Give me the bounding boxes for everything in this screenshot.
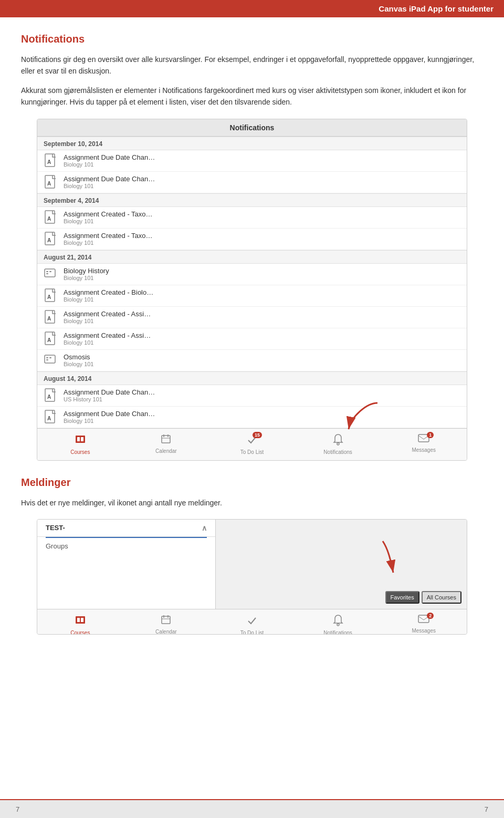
- svg-rect-21: [46, 359, 48, 360]
- list-item[interactable]: A Assignment Created - Taxo… Biology 101: [37, 207, 467, 229]
- assignment-icon: A: [44, 310, 58, 325]
- list-item[interactable]: A Assignment Due Date Chan… Biology 101: [37, 172, 467, 193]
- tab-todolist-label: To Do List: [240, 449, 264, 455]
- svg-rect-38: [77, 618, 80, 622]
- discussion-icon: [44, 267, 58, 282]
- svg-rect-37: [76, 616, 85, 624]
- svg-text:A: A: [47, 394, 51, 400]
- tab2-todolist[interactable]: To Do List: [209, 613, 295, 635]
- tab2-messages[interactable]: 2 Messages: [381, 613, 467, 635]
- notif-text: Osmosis Biology 101: [64, 353, 94, 367]
- todolist-icon: 15: [246, 434, 258, 448]
- red-arrow2: [362, 539, 404, 583]
- footer-right-page: 7: [485, 805, 488, 813]
- assignment-icon: A: [44, 210, 58, 225]
- svg-text:A: A: [47, 316, 51, 322]
- notifications-paragraph1: Notifications gir deg en oversikt over a…: [21, 54, 483, 77]
- list-item[interactable]: A Assignment Due Date Chan… Biology 101: [37, 407, 467, 428]
- list-item[interactable]: A Assignment Created - Taxo… Biology 101: [37, 229, 467, 250]
- svg-rect-18: [45, 355, 55, 363]
- tab-calendar[interactable]: Calendar: [123, 432, 209, 457]
- favorites-button[interactable]: Favorites: [385, 591, 419, 604]
- notif-text: Assignment Due Date Chan… US History 101: [64, 388, 155, 402]
- svg-text:A: A: [47, 337, 51, 343]
- notif-text: Assignment Due Date Chan… Biology 101: [64, 175, 155, 189]
- tab2-calendar-label: Calendar: [155, 629, 177, 635]
- tab2-courses[interactable]: Courses: [37, 613, 123, 635]
- all-courses-button[interactable]: All Courses: [422, 591, 461, 604]
- meldinger-title: Meldinger: [21, 477, 483, 489]
- svg-rect-10: [49, 271, 51, 272]
- tab-messages[interactable]: 1 Messages: [381, 432, 467, 457]
- tab-todolist[interactable]: 15 To Do List: [209, 432, 295, 457]
- svg-text:A: A: [47, 159, 51, 165]
- courses-icon2: [75, 615, 86, 629]
- tab-calendar-label: Calendar: [155, 448, 177, 454]
- svg-point-33: [337, 443, 339, 445]
- assignment-icon: A: [44, 388, 58, 403]
- notifications-icon2: [333, 615, 343, 629]
- tab-bar: Courses Calendar: [37, 428, 467, 460]
- assignment-icon: A: [44, 410, 58, 424]
- svg-rect-39: [81, 618, 83, 622]
- tab-notifications-label: Notifications: [323, 449, 352, 455]
- assignment-icon: A: [44, 232, 58, 246]
- svg-rect-8: [45, 269, 55, 277]
- svg-text:A: A: [47, 216, 51, 222]
- svg-rect-40: [162, 616, 170, 624]
- tab2-courses-label: Courses: [70, 630, 90, 635]
- header-title: Canvas iPad App for studenter: [379, 4, 494, 13]
- date-header-sep4: September 4, 2014: [37, 193, 467, 207]
- assignment-icon: A: [44, 332, 58, 346]
- tab2-todolist-label: To Do List: [240, 630, 264, 635]
- discussion-icon: [44, 353, 58, 368]
- svg-text:A: A: [47, 181, 51, 187]
- svg-rect-27: [77, 437, 80, 441]
- tab2-notifications-label: Notifications: [323, 630, 352, 635]
- svg-rect-19: [46, 357, 48, 358]
- todolist-badge: 15: [253, 432, 262, 438]
- tab-courses[interactable]: Courses: [37, 432, 123, 457]
- calendar-icon: [161, 434, 171, 447]
- list-item[interactable]: A Assignment Due Date Chan… US History 1…: [37, 385, 467, 407]
- date-header-aug14: August 14, 2014: [37, 371, 467, 385]
- meldinger-paragraph1: Hvis det er nye meldinger, vil ikonet an…: [21, 497, 483, 509]
- tab2-messages-label: Messages: [412, 628, 436, 634]
- date-header-sep10: September 10, 2014: [37, 137, 467, 150]
- notif-text: Assignment Due Date Chan… Biology 101: [64, 410, 155, 424]
- screenshot2-container: TEST- ∧ Groups Favorites All Courses: [37, 519, 467, 635]
- date-header-aug21: August 21, 2014: [37, 250, 467, 264]
- list-item[interactable]: A Assignment Created - Assi… Biology 101: [37, 307, 467, 328]
- notifications-list: September 10, 2014 A Assignment Due Date…: [37, 137, 467, 428]
- svg-text:A: A: [47, 416, 51, 421]
- assignment-icon: A: [44, 175, 58, 190]
- list-item[interactable]: A Assignment Created - Biolo… Biology 10…: [37, 285, 467, 307]
- calendar-icon2: [161, 615, 171, 628]
- tab2-calendar[interactable]: Calendar: [123, 613, 209, 635]
- notif-text: Biology History Biology 101: [64, 267, 109, 281]
- svg-rect-26: [76, 436, 85, 443]
- notif-text: Assignment Due Date Chan… Biology 101: [64, 153, 155, 168]
- svg-point-44: [337, 624, 339, 626]
- svg-rect-29: [162, 436, 170, 443]
- list-item[interactable]: A Assignment Created - Assi… Biology 101: [37, 328, 467, 350]
- footer-left-page: 7: [16, 805, 19, 813]
- notif-text: Assignment Created - Biolo… Biology 101: [64, 288, 153, 303]
- tab-messages-label: Messages: [412, 447, 436, 453]
- screenshot1-container: Notifications September 10, 2014 A Assig…: [37, 119, 467, 461]
- scr2-top-label: TEST-: [46, 524, 65, 532]
- svg-text:A: A: [47, 237, 51, 243]
- groups-label: Groups: [46, 542, 68, 550]
- tab-bar-area: Courses Calendar: [37, 428, 467, 460]
- list-item[interactable]: Biology History Biology 101: [37, 264, 467, 285]
- tab-courses-label: Courses: [70, 449, 90, 455]
- tab2-notifications[interactable]: Notifications: [295, 613, 381, 635]
- svg-text:A: A: [47, 294, 51, 300]
- red-arrow: [341, 400, 383, 439]
- list-item[interactable]: A Assignment Due Date Chan… Biology 101: [37, 150, 467, 172]
- tab-bar2: Courses Calendar: [37, 609, 467, 635]
- assignment-icon: A: [44, 153, 58, 168]
- list-item[interactable]: Osmosis Biology 101: [37, 350, 467, 371]
- messages-icon2: 2: [418, 615, 429, 627]
- svg-rect-11: [46, 273, 48, 274]
